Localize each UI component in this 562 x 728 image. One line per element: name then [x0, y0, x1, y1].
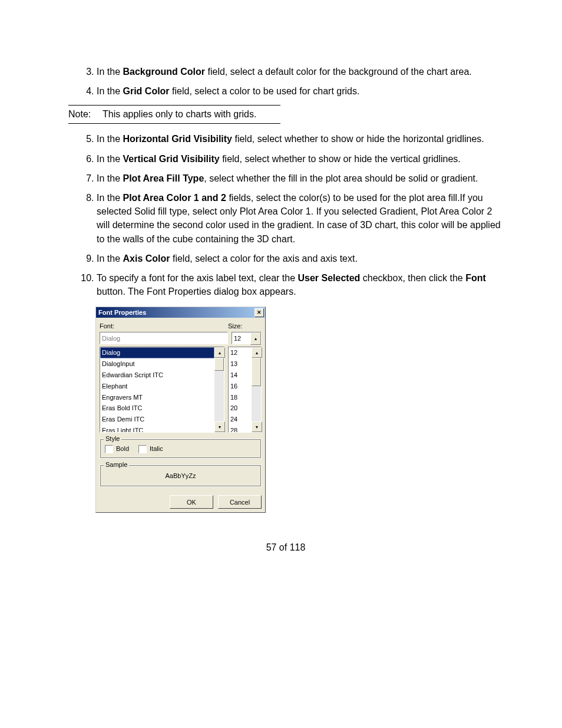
size-list-item[interactable]: 12	[229, 347, 252, 358]
step-10: To specify a font for the axis label tex…	[97, 271, 503, 298]
step-4: In the Grid Color field, select a color …	[97, 84, 503, 98]
scroll-thumb[interactable]	[214, 358, 224, 371]
titlebar: Font Properties ✕	[96, 307, 265, 318]
italic-checkbox[interactable]: Italic	[138, 445, 163, 453]
note-box: Note: This applies only to charts with g…	[68, 105, 280, 124]
size-list-item[interactable]: 16	[229, 381, 252, 392]
note-text: This applies only to charts with grids.	[103, 109, 256, 120]
ok-button[interactable]: OK	[170, 495, 213, 509]
sample-legend: Sample	[104, 461, 129, 468]
steps-list-a: In the Background Color field, select a …	[68, 65, 503, 98]
step-5: In the Horizontal Grid Visibility field,…	[97, 132, 503, 146]
scroll-up-icon[interactable]: ▲	[252, 347, 262, 358]
font-list-item[interactable]: Eras Bold ITC	[100, 403, 214, 414]
style-legend: Style	[104, 435, 121, 442]
sample-group: Sample AaBbYyZz	[100, 465, 262, 487]
font-properties-dialog: Font Properties ✕ Font: Size: Dialog 12 …	[95, 307, 266, 513]
dialog-title: Font Properties	[98, 309, 146, 316]
close-icon: ✕	[257, 309, 262, 315]
font-list-item[interactable]: Engravers MT	[100, 392, 214, 403]
sample-text: AaBbYyZz	[105, 471, 256, 482]
style-group: Style Bold Italic	[100, 439, 262, 459]
size-list-item[interactable]: 20	[229, 403, 252, 414]
cancel-button[interactable]: Cancel	[218, 495, 262, 509]
size-scrollbar[interactable]: ▲ ▼	[252, 347, 261, 432]
size-list-item[interactable]: 13	[229, 358, 252, 370]
step-8: In the Plot Area Color 1 and 2 fields, s…	[97, 191, 503, 246]
size-label: Size:	[228, 322, 262, 330]
font-list-item[interactable]: Edwardian Script ITC	[100, 370, 214, 381]
font-input[interactable]: Dialog	[100, 332, 228, 344]
note-label: Note:	[68, 109, 95, 120]
bold-checkbox[interactable]: Bold	[105, 445, 129, 453]
close-button[interactable]: ✕	[254, 308, 264, 317]
step-6: In the Vertical Grid Visibility field, s…	[97, 152, 503, 166]
font-scrollbar[interactable]: ▲ ▼	[214, 347, 224, 432]
font-label: Font:	[100, 322, 228, 330]
scroll-up-icon[interactable]: ▲	[250, 332, 261, 345]
size-list-item[interactable]: 18	[229, 392, 252, 403]
step-3: In the Background Color field, select a …	[97, 65, 503, 78]
size-list-item[interactable]: 28	[229, 426, 252, 432]
scroll-down-icon[interactable]: ▼	[252, 421, 262, 432]
size-list-item[interactable]: 24	[229, 414, 252, 426]
step-7: In the Plot Area Fill Type, select wheth…	[97, 172, 503, 185]
scroll-down-icon[interactable]: ▼	[214, 421, 225, 432]
font-list-item[interactable]: Eras Demi ITC	[100, 414, 214, 426]
steps-list-b: In the Horizontal Grid Visibility field,…	[68, 132, 503, 298]
scroll-thumb[interactable]	[252, 358, 261, 386]
scroll-up-icon[interactable]: ▲	[214, 347, 225, 358]
font-listbox[interactable]: DialogDialogInputEdwardian Script ITCEle…	[100, 347, 224, 433]
font-list-item[interactable]: Elephant	[100, 381, 214, 392]
page-number: 57 of 118	[68, 542, 503, 553]
size-input[interactable]: 12 ▲	[232, 332, 262, 344]
size-list-item[interactable]: 14	[229, 370, 252, 381]
step-9: In the Axis Color field, select a color …	[97, 252, 503, 265]
font-list-item[interactable]: Dialog	[100, 347, 214, 358]
size-listbox[interactable]: 1213141618202428 ▲ ▼	[228, 347, 262, 433]
font-list-item[interactable]: Eras Light ITC	[100, 426, 214, 432]
font-list-item[interactable]: DialogInput	[100, 358, 214, 370]
